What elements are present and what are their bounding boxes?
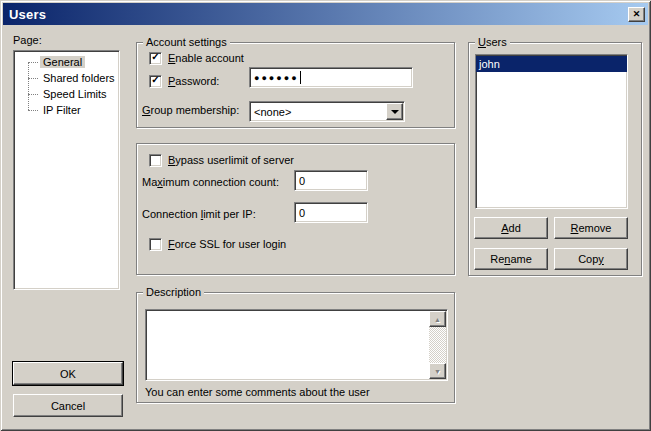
- group-membership-label: Group membership:: [142, 104, 239, 116]
- tree-connector-line: [28, 78, 38, 79]
- close-button[interactable]: ✕: [628, 7, 645, 22]
- tree-connector-line: [28, 94, 38, 95]
- close-icon: ✕: [633, 10, 641, 19]
- force-ssl-checkbox[interactable]: [149, 238, 162, 251]
- page-list-label: Page:: [13, 34, 42, 46]
- account-settings-group-title: Account settings: [143, 35, 230, 49]
- force-ssl-label: Force SSL for user login: [168, 238, 286, 250]
- checkmark-icon: ✓: [151, 52, 159, 62]
- users-dialog-window: Users ✕ Page: GeneralShared foldersSpeed…: [0, 0, 651, 431]
- page-tree-item-general[interactable]: General: [14, 54, 119, 70]
- titlebar[interactable]: Users ✕: [3, 3, 648, 25]
- connection-limit-per-ip-input[interactable]: 0: [294, 202, 368, 223]
- add-user-button[interactable]: Add: [474, 217, 548, 239]
- page-tree-item-shared-folders[interactable]: Shared folders: [14, 70, 119, 86]
- scroll-up-icon: ▲: [434, 316, 441, 323]
- description-hint: You can enter some comments about the us…: [145, 386, 370, 398]
- dropdown-button[interactable]: [386, 103, 403, 120]
- max-connection-count-input[interactable]: 0: [294, 170, 368, 191]
- users-group-title: Users: [475, 35, 510, 49]
- password-row: ✓ Password:: [149, 74, 219, 88]
- users-list[interactable]: john: [475, 54, 628, 209]
- page-tree-item-label[interactable]: IP Filter: [40, 104, 84, 116]
- tree-connector-line: [28, 62, 38, 63]
- page-tree-item-speed-limits[interactable]: Speed Limits: [14, 86, 119, 102]
- scroll-down-icon: ▼: [434, 368, 441, 375]
- page-tree-item-label[interactable]: General: [40, 56, 85, 68]
- password-value: ●●●●●●: [254, 73, 299, 83]
- description-group: Description ▲ ▼ You can enter some comme…: [136, 292, 455, 403]
- group-membership-select[interactable]: <none>: [249, 101, 405, 122]
- checkmark-icon: ✓: [151, 75, 159, 85]
- copy-user-button[interactable]: Copy: [554, 248, 628, 270]
- page-tree-item-label[interactable]: Shared folders: [40, 72, 118, 84]
- enable-account-row: ✓ Enable account: [149, 51, 244, 65]
- max-connection-count-value: 0: [299, 175, 305, 187]
- enable-account-checkbox[interactable]: ✓: [149, 52, 162, 65]
- description-textarea[interactable]: ▲ ▼: [145, 309, 448, 381]
- password-checkbox[interactable]: ✓: [149, 75, 162, 88]
- chevron-down-icon: [391, 110, 399, 114]
- page-tree-item-ip-filter[interactable]: IP Filter: [14, 102, 119, 118]
- users-list-items: john: [476, 55, 627, 208]
- window-title: Users: [9, 7, 46, 22]
- max-connection-count-label: Maximum connection count:: [142, 176, 279, 188]
- scroll-up-button[interactable]: ▲: [429, 311, 446, 327]
- connection-limit-per-ip-value: 0: [299, 207, 305, 219]
- page-tree-item-label[interactable]: Speed Limits: [40, 88, 110, 100]
- users-group: Users john Add Remove Rename Copy: [468, 42, 642, 276]
- connection-settings-group: Bypass userlimit of server Maximum conne…: [136, 143, 455, 275]
- users-list-item-john[interactable]: john: [476, 56, 627, 72]
- connection-limit-per-ip-label: Connection limit per IP:: [142, 208, 256, 220]
- bypass-userlimit-label: Bypass userlimit of server: [168, 154, 294, 166]
- page-tree-items: GeneralShared foldersSpeed LimitsIP Filt…: [14, 54, 119, 118]
- scroll-down-button[interactable]: ▼: [429, 363, 446, 379]
- bypass-userlimit-row: Bypass userlimit of server: [149, 153, 294, 167]
- account-settings-group: Account settings ✓ Enable account ✓ Pass…: [136, 42, 455, 128]
- group-membership-value: <none>: [250, 106, 404, 118]
- enable-account-label: Enable account: [168, 52, 244, 64]
- password-input[interactable]: ●●●●●●: [249, 67, 413, 88]
- bypass-userlimit-checkbox[interactable]: [149, 154, 162, 167]
- ok-button[interactable]: OK: [13, 362, 123, 385]
- force-ssl-row: Force SSL for user login: [149, 237, 286, 251]
- description-value: [148, 312, 427, 378]
- password-label: Password:: [168, 75, 219, 87]
- remove-user-button[interactable]: Remove: [554, 217, 628, 239]
- tree-connector-line: [28, 110, 38, 111]
- page-tree[interactable]: GeneralShared foldersSpeed LimitsIP Filt…: [13, 50, 120, 290]
- rename-user-button[interactable]: Rename: [474, 248, 548, 270]
- text-caret: [300, 71, 301, 84]
- description-scrollbar[interactable]: ▲ ▼: [429, 311, 446, 379]
- description-group-title: Description: [143, 285, 204, 299]
- cancel-button[interactable]: Cancel: [13, 394, 123, 417]
